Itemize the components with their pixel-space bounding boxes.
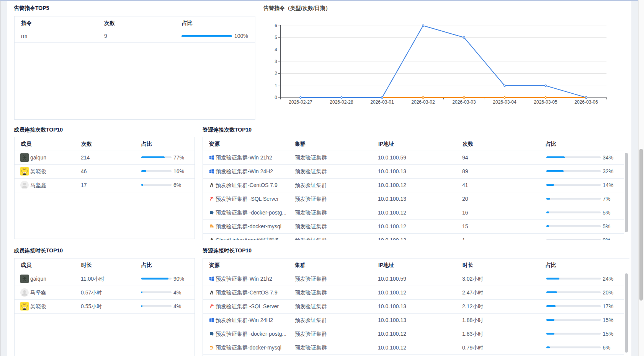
svg-text:6: 6	[275, 23, 277, 28]
svg-text:2026-03-01: 2026-03-01	[370, 99, 394, 105]
svg-text:2026-03-05: 2026-03-05	[534, 99, 557, 105]
svg-text:3: 3	[275, 59, 277, 64]
svg-text:2026-02-27: 2026-02-27	[289, 99, 312, 105]
svg-text:2: 2	[275, 71, 277, 76]
svg-text:2026-03-02: 2026-03-02	[411, 99, 435, 105]
svg-text:2026-02-28: 2026-02-28	[330, 99, 353, 105]
svg-text:0: 0	[275, 95, 277, 100]
svg-text:2026-03-06: 2026-03-06	[574, 99, 598, 105]
svg-text:1: 1	[275, 83, 277, 88]
svg-text:2026-03-03: 2026-03-03	[452, 99, 476, 105]
svg-text:4: 4	[275, 47, 277, 52]
svg-text:2026-03-04: 2026-03-04	[493, 99, 517, 105]
svg-text:5: 5	[275, 35, 277, 40]
